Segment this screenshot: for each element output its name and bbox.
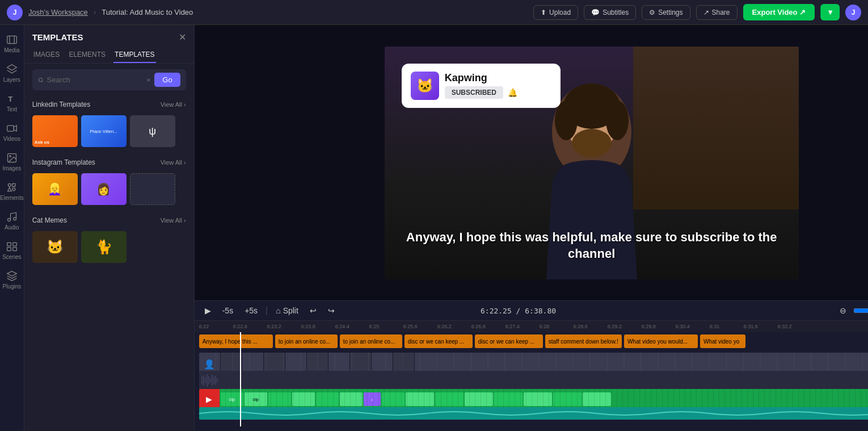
waveform-svg <box>199 371 868 390</box>
redo-button[interactable]: ↪ <box>325 304 338 317</box>
linkedin-template-2[interactable]: Place Villen... <box>81 115 127 147</box>
export-icon: ↗ <box>799 8 806 16</box>
catmemes-view-all[interactable]: View All › <box>161 217 186 224</box>
popup-actions: SUBSCRIBED 🔔 <box>445 86 551 99</box>
linkedin-template-1[interactable]: Ask us <box>32 115 78 147</box>
video-frame: Anyway, I hope this was helpful, make su… <box>385 47 799 279</box>
upload-button[interactable]: ⬆ Upload <box>533 5 578 20</box>
split-button[interactable]: ⌂ Split <box>272 304 302 317</box>
instagram-view-all[interactable]: View All › <box>161 159 186 166</box>
instagram-template-1[interactable]: 👱‍♀️ <box>32 173 78 205</box>
search-input[interactable] <box>47 76 142 84</box>
workspace-link[interactable]: Josh's Workspace <box>28 8 88 16</box>
sidebar-item-elements[interactable]: Elements <box>0 177 24 206</box>
subtitles-button[interactable]: 💬 Subtitles <box>584 5 636 20</box>
panel-tabs: IMAGES ELEMENTS TEMPLATES <box>24 47 194 64</box>
subscribe-popup: 🐱 Kapwing SUBSCRIBED 🔔 <box>402 64 561 108</box>
instagram-template-2[interactable]: 👩 <box>81 173 127 205</box>
subtitle-clip-6[interactable]: staff comment down below.! <box>545 334 622 348</box>
sidebar-item-videos[interactable]: Videos <box>0 118 24 147</box>
svg-rect-5 <box>7 125 14 131</box>
subscribed-button[interactable]: SUBSCRIBED <box>445 86 503 99</box>
linkedin-view-all[interactable]: View All › <box>161 101 186 108</box>
svg-point-14 <box>13 217 16 220</box>
ruler-marks: 6:22 6:22.6 6:23.2 6:23.8 6:24.4 6:25 6:… <box>199 324 868 329</box>
timeline-time: 6:22.25 / 6:38.80 <box>481 307 556 315</box>
sidebar-label-text: Text <box>7 106 17 112</box>
subtitle-clip-4[interactable]: disc or we can keep ... <box>404 334 473 348</box>
clear-icon[interactable] <box>146 76 151 84</box>
topbar-actions: ⬆ Upload 💬 Subtitles ⚙ Settings ↗ Share … <box>533 4 861 20</box>
catmemes-title: Cat Memes <box>32 216 67 224</box>
minus5-button[interactable]: -5s <box>219 304 237 317</box>
music-clips-row[interactable]: ▶ clip clip <box>199 389 868 409</box>
sidebar-item-layers[interactable]: Layers <box>0 59 24 87</box>
sidebar-item-plugins[interactable]: Plugins <box>0 266 24 294</box>
catmemes-template-1[interactable]: 🐱 <box>32 231 78 263</box>
undo-button[interactable]: ↩ <box>306 304 320 317</box>
play-button[interactable]: ▶ <box>201 304 214 317</box>
linkedin-template-3[interactable]: ψ <box>130 115 175 147</box>
sidebar-item-media[interactable]: Media <box>0 30 24 58</box>
tab-images[interactable]: IMAGES <box>32 47 61 63</box>
elements-icon <box>6 182 18 193</box>
linkedin-title: Linkedin Templates <box>32 101 91 108</box>
teal-track-row[interactable] <box>199 407 868 420</box>
search-go-button[interactable]: Go <box>154 73 180 87</box>
video-container[interactable]: Anyway, I hope this was helpful, make su… <box>195 25 868 300</box>
zoom-out-icon[interactable]: ⊖ <box>836 304 850 317</box>
svg-marker-3 <box>7 65 17 70</box>
tab-elements[interactable]: ELEMENTS <box>68 47 107 63</box>
subtitle-clip-8[interactable]: What video yo <box>700 334 745 348</box>
zoom-slider[interactable] <box>853 306 868 315</box>
export-video-button[interactable]: Export Video ↗ <box>743 4 815 20</box>
svg-point-9 <box>8 183 11 186</box>
timeline-tracks[interactable]: Anyway, I hope this ... to join an onlin… <box>195 332 868 431</box>
topbar: J Josh's Workspace › Tutorial: Add Music… <box>0 0 868 25</box>
subtitle-clip-5[interactable]: disc or we can keep ... <box>475 334 543 348</box>
canvas-area: Anyway, I hope this was helpful, make su… <box>195 25 868 431</box>
sidebar-label-scenes: Scenes <box>2 254 21 260</box>
svg-point-8 <box>10 156 11 157</box>
audio-icon <box>6 211 18 223</box>
tab-templates[interactable]: TEMPLATES <box>113 47 155 63</box>
instagram-template-grid: 👱‍♀️ 👩 <box>24 170 194 208</box>
playhead[interactable] <box>240 332 241 426</box>
teal-waveform <box>199 407 868 420</box>
sidebar-item-images[interactable]: Images <box>0 148 24 176</box>
export-dropdown-button[interactable]: ▼ <box>820 4 840 20</box>
subtitle-track: Anyway, I hope this ... to join an onlin… <box>199 334 868 350</box>
sidebar-item-audio[interactable]: Audio <box>0 207 24 235</box>
icon-sidebar: Media Layers T Text Videos Images Elemen… <box>0 25 24 431</box>
subtitle-clip-3[interactable]: to join an online co... <box>340 334 402 348</box>
svg-point-13 <box>7 219 10 221</box>
channel-name: Kapwing <box>445 72 551 84</box>
search-bar: Go <box>32 69 186 90</box>
svg-rect-0 <box>7 36 17 43</box>
user-avatar[interactable]: J <box>845 5 861 20</box>
timeline-ruler: 6:22 6:22.6 6:23.2 6:23.8 6:24.4 6:25 6:… <box>195 321 868 332</box>
video-icon <box>6 123 18 134</box>
plugins-icon <box>6 270 18 282</box>
popup-info: Kapwing SUBSCRIBED 🔔 <box>445 72 551 99</box>
instagram-template-3[interactable] <box>130 173 175 205</box>
panel-title: TEMPLATES <box>32 32 83 42</box>
svg-marker-11 <box>7 187 11 191</box>
subtitle-clip-7[interactable]: What video you would... <box>624 334 698 348</box>
channel-icon: 🐱 <box>411 72 439 100</box>
audio-wave-row[interactable] <box>199 371 868 390</box>
sidebar-label-videos: Videos <box>3 136 20 142</box>
bell-button[interactable]: 🔔 <box>508 88 517 97</box>
catmemes-template-2[interactable]: 🐈 <box>81 231 127 263</box>
svg-marker-6 <box>14 125 16 131</box>
settings-button[interactable]: ⚙ Settings <box>642 5 690 20</box>
sidebar-item-text[interactable]: T Text <box>0 89 24 117</box>
svg-point-27 <box>572 129 612 157</box>
panel-close-button[interactable]: ✕ <box>179 32 186 43</box>
subtitle-clip-2[interactable]: to join an online co... <box>275 334 338 348</box>
plus5-button[interactable]: +5s <box>241 304 261 317</box>
timeline-area: ▶ -5s +5s | ⌂ Split ↩ ↪ 6:22.25 / 6:38.8… <box>195 300 868 431</box>
share-button[interactable]: ↗ Share <box>696 5 738 20</box>
sidebar-item-scenes[interactable]: Scenes <box>0 236 24 265</box>
subtitle-clip-1[interactable]: Anyway, I hope this ... <box>199 334 273 348</box>
